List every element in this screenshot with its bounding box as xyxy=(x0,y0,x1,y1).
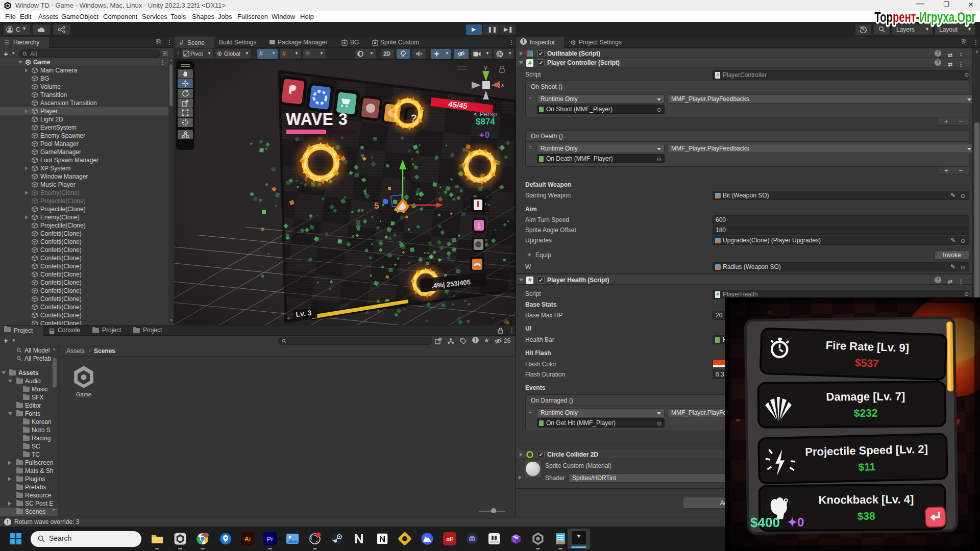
svg-text:$537: $537 xyxy=(855,357,879,369)
svg-text:$232: $232 xyxy=(854,407,878,419)
svg-text:Ai: Ai xyxy=(244,536,251,543)
svg-text:Pr: Pr xyxy=(267,536,274,543)
svg-text:$400: $400 xyxy=(750,515,780,530)
svg-text:Damage [Lv. 7]: Damage [Lv. 7] xyxy=(826,390,905,403)
svg-text:Knockback [Lv. 4]: Knockback [Lv. 4] xyxy=(818,493,914,506)
svg-text:$38: $38 xyxy=(857,510,876,522)
svg-text:$11: $11 xyxy=(858,461,876,473)
svg-text:oi!: oi! xyxy=(446,536,453,542)
svg-text:✦0: ✦0 xyxy=(787,515,804,529)
